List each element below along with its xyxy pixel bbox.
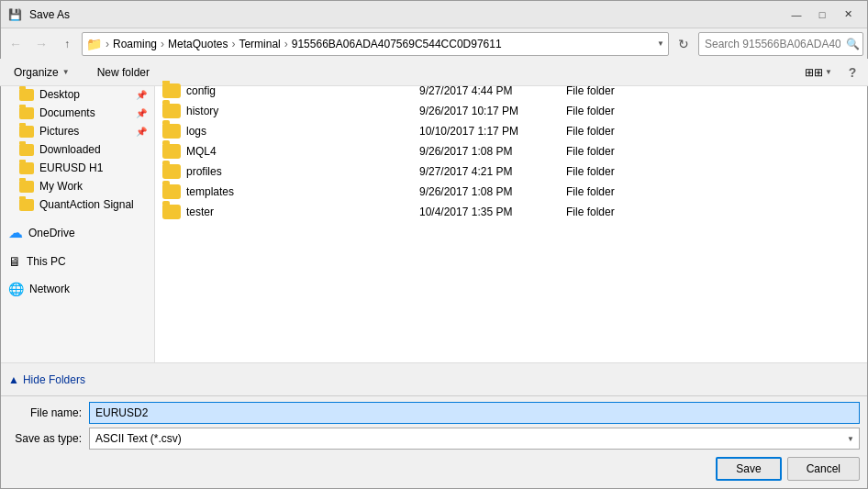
save-button[interactable]: Save bbox=[716, 457, 781, 481]
file-date: 9/27/2017 4:21 PM bbox=[412, 163, 559, 180]
table-row[interactable]: history 9/26/2017 10:17 PM File folder bbox=[155, 101, 867, 121]
refresh-button[interactable]: ↻ bbox=[673, 33, 695, 55]
sidebar: ▼ ★ Quick access Desktop 📌 Documents 📌 P… bbox=[1, 60, 155, 362]
eurusd-folder-icon bbox=[19, 162, 34, 174]
filename-input[interactable] bbox=[89, 402, 860, 424]
content-area: Organize ▼ New folder ⊞⊞ ▼ ? ▼ bbox=[1, 60, 867, 362]
mywork-folder-icon bbox=[19, 181, 34, 193]
sidebar-item-quantaction[interactable]: QuantAction Signal bbox=[1, 195, 154, 214]
organize-dropdown-icon: ▼ bbox=[62, 68, 70, 76]
sidebar-item-downloaded[interactable]: Downloaded bbox=[1, 140, 154, 159]
file-size bbox=[669, 129, 761, 133]
file-name: logs bbox=[186, 125, 206, 138]
file-name: config bbox=[186, 84, 216, 97]
save-as-dialog: 💾 Save As — □ ✕ ← → ↑ 📁 › Roaming › Meta… bbox=[0, 0, 868, 489]
sidebar-item-thispc[interactable]: 🖥 This PC bbox=[1, 251, 154, 272]
title-bar-text: Save As bbox=[29, 8, 70, 21]
file-name: profiles bbox=[186, 165, 222, 178]
address-bar[interactable]: 📁 › Roaming › MetaQuotes › Terminal › 91… bbox=[82, 32, 669, 56]
nav-toolbar: ← → ↑ 📁 › Roaming › MetaQuotes › Termina… bbox=[1, 28, 867, 60]
pictures-folder-icon bbox=[19, 126, 34, 138]
sidebar-item-network[interactable]: 🌐 Network bbox=[1, 279, 154, 299]
documents-folder-icon bbox=[19, 107, 34, 119]
filetype-select-wrapper: ASCII Text (*.csv) bbox=[89, 428, 860, 450]
downloaded-folder-icon bbox=[19, 144, 34, 156]
folder-icon bbox=[162, 124, 181, 139]
cancel-button[interactable]: Cancel bbox=[787, 457, 860, 481]
forward-button[interactable]: → bbox=[30, 33, 52, 55]
file-date: 9/26/2017 1:08 PM bbox=[412, 183, 559, 200]
folder-icon bbox=[162, 184, 181, 199]
file-type: File folder bbox=[559, 204, 669, 220]
help-button[interactable]: ? bbox=[840, 61, 864, 84]
main-panel: Name Date modified Type Size config 9/27… bbox=[155, 60, 867, 362]
filetype-label: Save as type: bbox=[8, 432, 82, 445]
title-bar-controls: — □ ✕ bbox=[785, 6, 860, 24]
pin-icon-desktop: 📌 bbox=[136, 90, 147, 100]
footer: File name: Save as type: ASCII Text (*.c… bbox=[1, 395, 867, 488]
file-size bbox=[669, 190, 761, 194]
filename-row: File name: bbox=[8, 402, 860, 424]
sidebar-item-eurusd[interactable]: EURUSD H1 bbox=[1, 159, 154, 177]
pc-icon: 🖥 bbox=[8, 254, 21, 269]
address-part-hash: 915566BA06ADA407569C544CC0D97611 bbox=[292, 38, 502, 50]
view-dropdown-icon: ▼ bbox=[825, 68, 832, 76]
hide-folders-bar[interactable]: ▲ Hide Folders bbox=[1, 362, 867, 395]
sidebar-item-pictures[interactable]: Pictures 📌 bbox=[1, 122, 154, 140]
back-button[interactable]: ← bbox=[5, 33, 27, 55]
file-name: history bbox=[186, 105, 218, 117]
address-part-terminal: Terminal bbox=[239, 38, 280, 50]
file-size bbox=[669, 150, 761, 153]
folder-icon bbox=[162, 104, 181, 118]
file-type: File folder bbox=[559, 183, 669, 200]
sidebar-item-mywork[interactable]: My Work bbox=[1, 177, 154, 195]
search-button[interactable]: 🔍 bbox=[846, 38, 860, 50]
file-size bbox=[669, 109, 761, 113]
maximize-button[interactable]: □ bbox=[810, 6, 834, 24]
file-date: 10/4/2017 1:35 PM bbox=[412, 204, 559, 220]
file-toolbar: Organize ▼ New folder ⊞⊞ ▼ ? bbox=[1, 60, 867, 86]
table-row[interactable]: profiles 9/27/2017 4:21 PM File folder bbox=[155, 161, 867, 182]
quantaction-folder-icon bbox=[19, 199, 34, 211]
hide-folders-chevron: ▲ bbox=[8, 373, 19, 386]
minimize-button[interactable]: — bbox=[785, 6, 808, 24]
sidebar-item-documents[interactable]: Documents 📌 bbox=[1, 104, 154, 122]
folder-icon bbox=[162, 83, 181, 98]
folder-icon bbox=[162, 205, 181, 219]
footer-buttons: Save Cancel bbox=[8, 453, 860, 483]
file-type: File folder bbox=[559, 103, 669, 119]
table-row[interactable]: logs 10/10/2017 1:17 PM File folder bbox=[155, 121, 867, 141]
up-button[interactable]: ↑ bbox=[56, 33, 78, 55]
file-size bbox=[669, 210, 761, 214]
table-row[interactable]: templates 9/26/2017 1:08 PM File folder bbox=[155, 182, 867, 202]
filename-label: File name: bbox=[8, 406, 82, 419]
table-row[interactable]: MQL4 9/26/2017 1:08 PM File folder bbox=[155, 141, 867, 161]
sidebar-item-desktop[interactable]: Desktop 📌 bbox=[1, 85, 154, 104]
file-type: File folder bbox=[559, 123, 669, 139]
address-parts: 📁 › Roaming › MetaQuotes › Terminal › 91… bbox=[86, 37, 657, 51]
address-part-roaming: Roaming bbox=[113, 38, 157, 50]
network-icon: 🌐 bbox=[8, 282, 24, 296]
new-folder-button[interactable]: New folder bbox=[87, 61, 160, 84]
folder-icon bbox=[162, 144, 181, 159]
file-name: templates bbox=[186, 185, 234, 198]
title-bar-left: 💾 Save As bbox=[8, 8, 70, 21]
table-row[interactable]: tester 10/4/2017 1:35 PM File folder bbox=[155, 202, 867, 222]
search-input[interactable] bbox=[698, 32, 863, 56]
file-list: config 9/27/2017 4:44 PM File folder his… bbox=[155, 81, 867, 362]
folder-icon bbox=[162, 164, 181, 179]
sidebar-item-onedrive[interactable]: ☁ OneDrive bbox=[1, 221, 154, 244]
file-name: tester bbox=[186, 206, 214, 218]
view-icon: ⊞⊞ bbox=[805, 66, 823, 79]
organize-button[interactable]: Organize ▼ bbox=[4, 61, 80, 84]
close-button[interactable]: ✕ bbox=[836, 6, 860, 24]
address-dropdown-icon[interactable]: ▼ bbox=[657, 39, 664, 48]
onedrive-icon: ☁ bbox=[8, 224, 23, 241]
view-button[interactable]: ⊞⊞ ▼ bbox=[798, 61, 839, 84]
file-date: 9/26/2017 1:08 PM bbox=[412, 143, 559, 160]
filetype-select[interactable]: ASCII Text (*.csv) bbox=[89, 428, 860, 450]
hide-folders-button[interactable]: ▲ Hide Folders bbox=[8, 373, 85, 386]
address-part-metaquotes: MetaQuotes bbox=[168, 38, 228, 50]
file-date: 10/10/2017 1:17 PM bbox=[412, 123, 559, 139]
file-date: 9/26/2017 10:17 PM bbox=[412, 103, 559, 119]
